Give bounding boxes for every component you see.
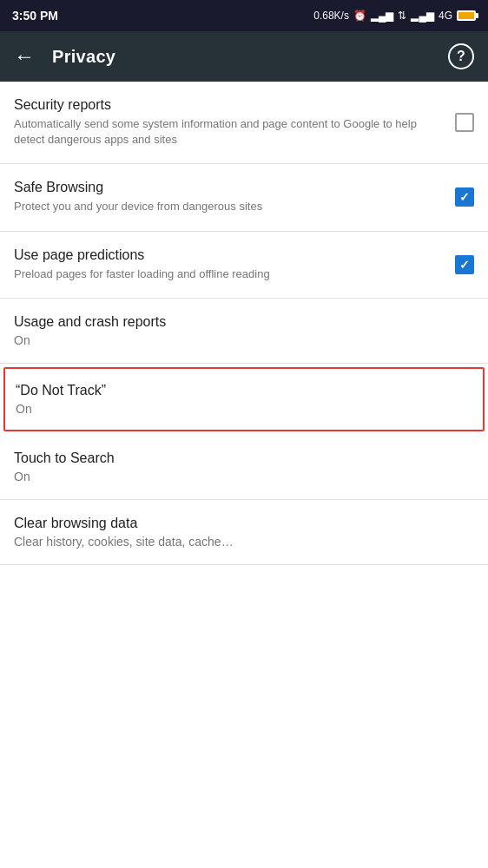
item-title-safe-browsing: Safe Browsing — [14, 180, 441, 195]
checkbox-security-reports[interactable] — [455, 113, 474, 132]
settings-item-usage-crash-reports[interactable]: Usage and crash reportsOn — [0, 299, 488, 364]
network-speed: 0.68K/s — [313, 10, 349, 22]
item-title-usage-crash-reports: Usage and crash reports — [14, 314, 460, 330]
battery-icon — [457, 10, 476, 21]
checkbox-page-predictions[interactable] — [455, 255, 474, 274]
alarm-icon: ⏰ — [353, 10, 366, 22]
item-subtitle-touch-to-search: On — [14, 470, 460, 483]
item-title-do-not-track: “Do Not Track” — [16, 383, 458, 398]
settings-item-touch-to-search[interactable]: Touch to SearchOn — [0, 435, 488, 500]
item-title-touch-to-search: Touch to Search — [14, 450, 460, 466]
item-title-security-reports: Security reports — [14, 97, 441, 113]
item-subtitle-safe-browsing: Protect you and your device from dangero… — [14, 199, 441, 214]
status-right: 0.68K/s ⏰ ▂▄▆ ⇅ ▂▄▆ 4G — [313, 10, 476, 22]
signal-icon: ▂▄▆ — [371, 10, 394, 22]
settings-content: Security reportsAutomatically send some … — [0, 82, 488, 868]
back-button[interactable]: ← — [14, 44, 35, 69]
app-bar: ← Privacy ? — [0, 31, 488, 82]
network-type: 4G — [439, 10, 452, 22]
help-button[interactable]: ? — [448, 43, 474, 69]
settings-item-do-not-track[interactable]: “Do Not Track”On — [3, 367, 485, 431]
page-title: Privacy — [52, 47, 448, 67]
settings-item-clear-browsing-data[interactable]: Clear browsing dataClear history, cookie… — [0, 500, 488, 565]
item-subtitle-page-predictions: Preload pages for faster loading and off… — [14, 266, 441, 282]
status-time: 3:50 PM — [12, 9, 58, 23]
settings-item-page-predictions[interactable]: Use page predictionsPreload pages for fa… — [0, 232, 488, 299]
settings-item-security-reports[interactable]: Security reportsAutomatically send some … — [0, 82, 488, 164]
item-subtitle-do-not-track: On — [16, 402, 458, 416]
data-transfer-icon: ⇅ — [398, 10, 406, 22]
item-subtitle-security-reports: Automatically send some system informati… — [14, 116, 441, 148]
signal-icon-2: ▂▄▆ — [411, 10, 434, 22]
item-subtitle-usage-crash-reports: On — [14, 333, 460, 347]
checkbox-safe-browsing[interactable] — [455, 187, 474, 207]
item-title-page-predictions: Use page predictions — [14, 247, 441, 263]
item-subtitle-clear-browsing-data: Clear history, cookies, site data, cache… — [14, 535, 460, 549]
item-title-clear-browsing-data: Clear browsing data — [14, 516, 460, 531]
settings-item-safe-browsing[interactable]: Safe BrowsingProtect you and your device… — [0, 164, 488, 231]
status-bar: 3:50 PM 0.68K/s ⏰ ▂▄▆ ⇅ ▂▄▆ 4G — [0, 0, 488, 31]
